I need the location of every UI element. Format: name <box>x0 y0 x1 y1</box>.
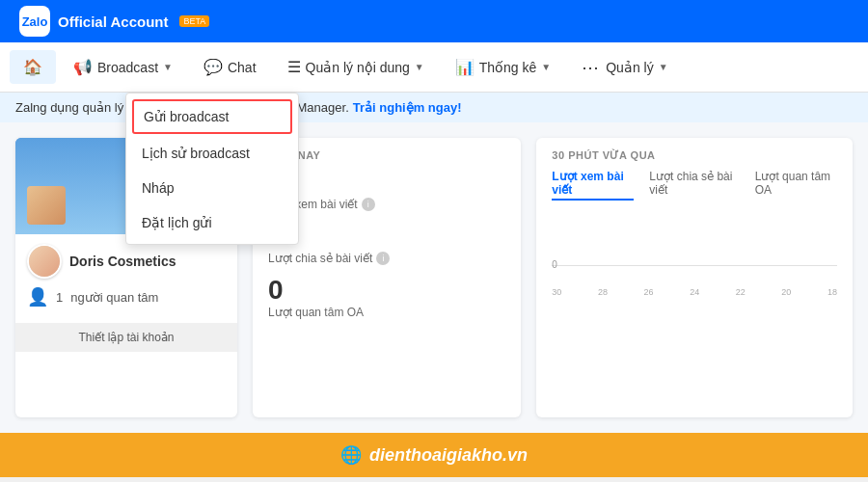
chart-tab-followers[interactable]: Lượt quan tâm OA <box>755 170 837 201</box>
broadcast-arrow: ▼ <box>163 62 173 72</box>
x-label-1: 28 <box>598 287 608 297</box>
nav-chat[interactable]: 💬 Chat <box>190 50 270 84</box>
profile-name: Doris Cosmetics <box>69 254 176 269</box>
dropdown-send-broadcast[interactable]: Gửi broadcast <box>132 99 292 134</box>
draft-label: Nháp <box>142 180 174 196</box>
cover-avatar-thumb <box>27 186 66 225</box>
nav-manage[interactable]: ⋯ Quản lý ▼ <box>568 49 681 86</box>
nav-home[interactable]: 🏠 <box>10 50 56 84</box>
info-icon-views: i <box>362 198 375 211</box>
stat-views-row: 0 Lượt xem bài viết i <box>268 169 505 211</box>
home-icon: 🏠 <box>23 58 42 76</box>
stats-icon: 📊 <box>455 58 475 76</box>
broadcast-icon: 📢 <box>73 58 93 76</box>
stat-followers-label: Lượt quan tâm OA <box>268 306 505 319</box>
chart-tabs: Lượt xem bài viết Lượt chia sẻ bài viết … <box>552 170 837 201</box>
bottom-banner-text: dienthoaigiakho.vn <box>369 445 528 466</box>
follower-row: 👤 1 người quan tâm <box>27 286 226 308</box>
chat-label: Chat <box>228 60 257 75</box>
stat-shares-label: Lượt chia sẻ bài viết i <box>268 252 505 265</box>
nav-stats[interactable]: 📊 Thống kê ▼ <box>442 50 565 84</box>
chart-zero-line <box>552 265 837 266</box>
chart-tab-views[interactable]: Lượt xem bài viết <box>552 170 634 201</box>
header-title: Official Account <box>58 13 168 30</box>
profile-body: Doris Cosmetics 👤 1 người quan tâm <box>15 234 237 323</box>
dropdown-broadcast-history[interactable]: Lịch sử broadcast <box>126 136 298 171</box>
stats-arrow: ▼ <box>541 62 551 72</box>
beta-badge: BETA <box>179 15 209 27</box>
stat-followers-value: 0 <box>268 277 505 304</box>
bottom-banner: 🌐 dienthoaigiakho.vn <box>0 433 868 477</box>
x-label-0: 30 <box>552 287 561 297</box>
content-arrow: ▼ <box>415 62 424 72</box>
header-bar: Zalo Official Account BETA <box>0 0 868 42</box>
chat-icon: 💬 <box>203 58 223 76</box>
stats-today-title: HÔM NAY <box>268 149 505 161</box>
stat-views-label: Lượt xem bài viết i <box>268 198 505 211</box>
broadcast-dropdown: Gửi broadcast Lịch sử broadcast Nháp Đặt… <box>125 93 299 245</box>
broadcast-label: Broadcast <box>97 60 158 75</box>
banner-link[interactable]: Trải nghiệm ngay! <box>353 100 462 115</box>
stat-views-value: 0 <box>268 169 505 196</box>
content-icon: ☰ <box>287 58 301 76</box>
schedule-label: Đặt lịch gửi <box>142 215 212 230</box>
stats-container: HÔM NAY 0 Lượt xem bài viết i 0 Lượt chi… <box>253 138 853 417</box>
logo-text: Zalo <box>22 14 48 29</box>
info-icon-shares: i <box>376 252 390 265</box>
manage-arrow: ▼ <box>659 62 668 72</box>
zalo-logo: Zalo <box>19 6 50 37</box>
broadcast-history-label: Lịch sử broadcast <box>142 146 250 161</box>
dropdown-draft[interactable]: Nháp <box>126 171 298 205</box>
avatar <box>27 244 62 279</box>
nav-broadcast[interactable]: 📢 Broadcast ▼ <box>60 50 186 84</box>
x-label-6: 18 <box>827 287 837 297</box>
chart-x-labels: 30 28 26 24 22 20 18 <box>552 287 837 297</box>
avatar-img <box>29 246 60 277</box>
follower-label: người quan tâm <box>70 290 158 305</box>
setup-label: Thiết lập tài khoản <box>78 331 174 344</box>
x-label-5: 20 <box>781 287 791 297</box>
x-label-4: 22 <box>736 287 746 297</box>
stat-shares-value: 0 <box>268 223 505 250</box>
send-broadcast-label: Gửi broadcast <box>144 109 229 124</box>
chart-area: 0 <box>552 208 837 285</box>
stats-30min-title: 30 PHÚT VỪA QUA <box>552 149 837 162</box>
x-label-2: 26 <box>644 287 654 297</box>
stats-30min-panel: 30 PHÚT VỪA QUA Lượt xem bài viết Lượt c… <box>536 138 853 417</box>
bottom-banner-icon: 🌐 <box>340 444 362 466</box>
manage-label: Quản lý <box>606 60 653 75</box>
stat-followers-row: 0 Lượt quan tâm OA <box>268 277 505 319</box>
setup-bar[interactable]: Thiết lập tài khoản <box>15 323 237 352</box>
manage-icon: ⋯ <box>582 57 601 78</box>
dropdown-schedule[interactable]: Đặt lịch gửi <box>126 205 298 240</box>
x-label-3: 24 <box>690 287 699 297</box>
stat-shares-row: 0 Lượt chia sẻ bài viết i <box>268 223 505 265</box>
chart-zero-val: 0 <box>552 259 557 270</box>
chart-tab-shares[interactable]: Lượt chia sẻ bài viết <box>649 170 739 201</box>
nav-bar: 🏠 📢 Broadcast ▼ 💬 Chat ☰ Quản lý nội dun… <box>0 42 868 93</box>
follower-icon: 👤 <box>27 286 48 308</box>
follower-count: 1 <box>56 290 63 305</box>
nav-content[interactable]: ☰ Quản lý nội dung ▼ <box>274 50 438 84</box>
profile-name-row: Doris Cosmetics <box>27 244 226 279</box>
stats-label: Thống kê <box>479 60 537 75</box>
content-label: Quản lý nội dung <box>306 60 410 75</box>
